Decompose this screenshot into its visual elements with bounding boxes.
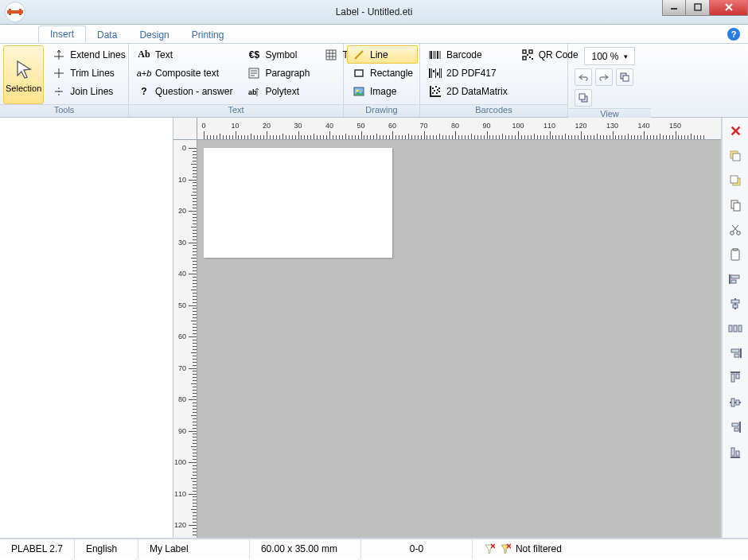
copy-icon[interactable] — [727, 196, 744, 214]
svg-rect-45 — [441, 68, 442, 78]
send-backward-icon[interactable] — [727, 172, 744, 189]
close-button[interactable] — [710, 0, 748, 16]
svg-rect-41 — [433, 70, 434, 72]
align-left-icon[interactable] — [727, 270, 744, 288]
statusbar: PLABEL 2.7 English My Label 60.00 x 35.0… — [0, 538, 748, 558]
svg-point-74 — [737, 231, 741, 235]
svg-rect-48 — [430, 95, 441, 97]
align-middle-h-icon[interactable] — [727, 394, 744, 411]
svg-line-75 — [733, 225, 738, 231]
status-cursor: 0-0 — [361, 539, 473, 558]
selection-button[interactable]: Selection — [3, 45, 44, 104]
tab-data[interactable]: Data — [86, 27, 128, 43]
table-icon — [324, 48, 338, 62]
svg-point-73 — [730, 231, 734, 235]
tab-printing[interactable]: Printing — [181, 27, 236, 43]
svg-rect-84 — [733, 305, 738, 308]
window-title: Label - Untitled.eti — [0, 6, 748, 18]
svg-rect-29 — [355, 70, 363, 76]
ruler-corner — [173, 118, 197, 140]
tab-insert[interactable]: Insert — [38, 25, 86, 43]
barcode-button[interactable]: Barcode — [423, 45, 512, 64]
redo-button[interactable] — [595, 68, 613, 86]
svg-rect-86 — [734, 325, 737, 332]
polytext-icon: ab — [247, 84, 261, 99]
status-filter-cell: Not filtered — [473, 539, 573, 558]
rectangle-button[interactable]: Rectangle — [347, 64, 418, 82]
symbol-button[interactable]: €$Symbol — [242, 45, 314, 64]
minimize-button[interactable] — [662, 0, 686, 16]
svg-rect-68 — [733, 154, 740, 161]
filter-icon[interactable] — [500, 543, 511, 554]
maximize-button[interactable] — [686, 0, 710, 16]
rectangle-icon — [352, 66, 366, 80]
workspace: 0102030405060708090100110120 01020304050… — [0, 118, 748, 538]
right-toolbar: ✕ — [721, 118, 748, 538]
tab-design[interactable]: Design — [128, 27, 180, 43]
status-filter-text: Not filtered — [516, 543, 562, 554]
svg-rect-66 — [579, 94, 585, 99]
menubar: Insert Data Design Printing ? — [0, 25, 748, 44]
svg-line-28 — [355, 51, 363, 59]
delete-icon[interactable]: ✕ — [727, 122, 744, 140]
line-icon — [352, 48, 366, 62]
align-top-icon[interactable] — [727, 369, 744, 387]
align-center-v-icon[interactable] — [727, 295, 744, 313]
label-area[interactable] — [204, 148, 392, 258]
svg-rect-40 — [431, 68, 432, 78]
ruler-horizontal[interactable]: 0102030405060708090100110120130140150 — [197, 118, 721, 140]
bring-front-button[interactable] — [616, 68, 633, 86]
svg-rect-54 — [436, 92, 438, 94]
datamatrix-button[interactable]: 2D DataMatrix — [423, 82, 512, 100]
paste-icon[interactable] — [727, 246, 744, 263]
svg-rect-51 — [434, 90, 435, 91]
align-bottom-icon[interactable] — [727, 443, 744, 461]
group-text: AbText a+bComposite text ?Question - ans… — [129, 44, 344, 117]
paragraph-button[interactable]: Paragraph — [242, 64, 314, 82]
join-lines-button[interactable]: Join Lines — [47, 82, 130, 100]
cut-icon[interactable] — [727, 221, 744, 239]
ruler-vertical[interactable]: 0102030405060708090100110120 — [173, 118, 197, 538]
svg-rect-57 — [523, 50, 526, 53]
svg-rect-77 — [731, 250, 739, 260]
align-right-icon[interactable] — [727, 344, 744, 362]
undo-button[interactable] — [575, 68, 592, 86]
polytext-button[interactable]: abPolytext — [242, 82, 314, 100]
svg-rect-87 — [738, 325, 742, 332]
filter-clear-icon[interactable] — [484, 543, 495, 554]
svg-rect-81 — [731, 280, 736, 283]
extend-lines-button[interactable]: Extend Lines — [47, 45, 130, 64]
composite-text-button[interactable]: a+bComposite text — [132, 64, 237, 82]
svg-rect-89 — [731, 349, 739, 352]
canvas-wrap: 0102030405060708090100110120 01020304050… — [173, 118, 721, 538]
group-drawing: Line Rectangle Image Drawing — [344, 44, 420, 117]
trim-lines-button[interactable]: Trim Lines — [47, 64, 130, 82]
svg-rect-56 — [438, 91, 440, 92]
svg-rect-78 — [733, 248, 738, 251]
svg-rect-70 — [730, 176, 738, 183]
left-panel[interactable] — [0, 118, 173, 538]
bring-forward-icon[interactable] — [727, 147, 744, 165]
app-icon — [5, 2, 25, 22]
svg-rect-58 — [529, 50, 532, 53]
symbol-icon: €$ — [247, 48, 261, 62]
help-icon[interactable]: ? — [727, 28, 740, 41]
text-button[interactable]: AbText — [132, 45, 237, 64]
send-back-button[interactable] — [575, 89, 592, 107]
pdf417-button[interactable]: 2D PDF417 — [423, 64, 512, 82]
barcode-icon — [428, 48, 442, 62]
svg-rect-85 — [729, 325, 732, 332]
canvas[interactable] — [197, 140, 721, 538]
svg-rect-95 — [731, 399, 734, 406]
svg-rect-102 — [736, 451, 739, 456]
line-button[interactable]: Line — [347, 45, 418, 64]
align-distribute-icon[interactable] — [727, 320, 744, 337]
composite-icon: a+b — [137, 66, 151, 80]
align-bottom-right-icon[interactable] — [727, 418, 744, 436]
svg-rect-62 — [527, 54, 528, 56]
zoom-combo[interactable]: 100 %▾ — [584, 47, 634, 65]
svg-rect-49 — [432, 88, 434, 89]
question-answer-button[interactable]: ?Question - answer — [132, 82, 237, 100]
image-button[interactable]: Image — [347, 82, 418, 100]
group-view: 100 %▾ View — [568, 44, 651, 117]
